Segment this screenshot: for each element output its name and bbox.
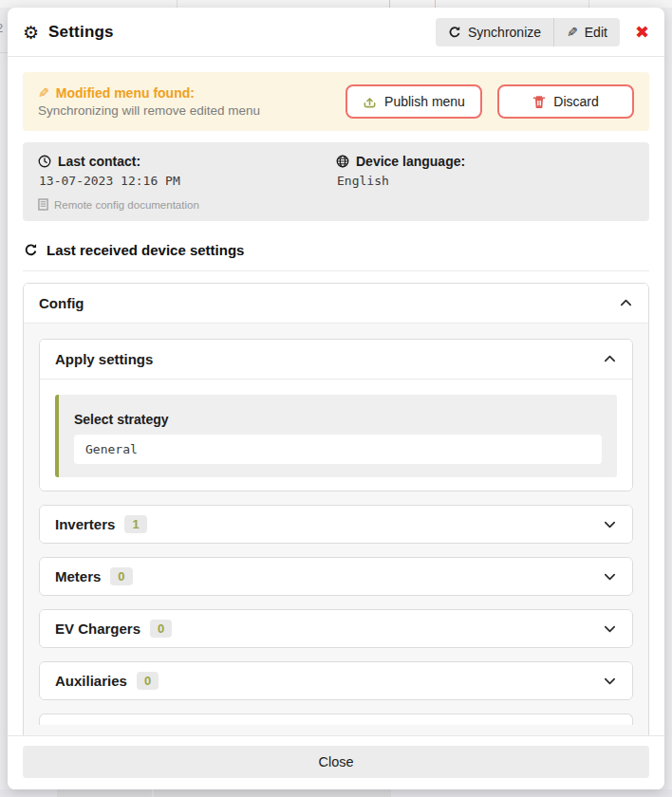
dialog-header: ⚙ Settings Synchronize ✎ Edit ✖ <box>8 8 664 57</box>
last-contact-label: Last contact: <box>58 154 140 169</box>
section-heading-label: Last received device settings <box>47 242 244 258</box>
count-badge: 0 <box>150 620 172 638</box>
count-badge: 0 <box>110 567 132 585</box>
banner-title: Modified menu found: <box>56 85 195 101</box>
section-divider <box>23 270 649 271</box>
auxiliaries-accordion: Auxiliaries 0 <box>39 661 633 700</box>
synchronize-label: Synchronize <box>468 25 541 40</box>
header-button-group: Synchronize ✎ Edit <box>436 18 620 46</box>
dialog-footer: Close <box>8 735 664 789</box>
edit-button[interactable]: ✎ Edit <box>554 18 620 46</box>
discard-label: Discard <box>553 94 598 109</box>
chevron-down-icon <box>603 517 617 531</box>
device-language-value: English <box>337 174 634 188</box>
apply-settings-accordion: Apply settings Select strategy General <box>39 339 633 491</box>
pencil-icon: ✎ <box>567 26 578 39</box>
pencil-icon: ✎ <box>38 86 49 100</box>
config-title: Config <box>39 295 84 311</box>
strategy-panel: Select strategy General <box>55 395 617 477</box>
banner-subtitle: Synchronizing will remove edited menu <box>38 103 330 118</box>
strategy-value-field: General <box>74 435 602 464</box>
background-text-fragment: 2 <box>0 21 3 35</box>
banner-text: ✎ Modified menu found: Synchronizing wil… <box>38 85 330 118</box>
background-rule <box>0 52 8 53</box>
clipped-accordion <box>39 714 633 725</box>
globe-icon <box>336 155 349 168</box>
ev-chargers-accordion-header[interactable]: EV Chargers 0 <box>40 610 632 647</box>
clock-icon <box>38 155 51 168</box>
meters-accordion-header[interactable]: Meters 0 <box>40 558 632 595</box>
inverters-accordion: Inverters 1 <box>39 505 633 544</box>
inverters-accordion-header[interactable]: Inverters 1 <box>40 506 632 543</box>
dialog-title: Settings <box>48 23 114 42</box>
config-accordion: Config Apply settings <box>23 283 649 735</box>
remote-config-doc-label: Remote config documentation <box>54 199 199 211</box>
remote-config-doc-link[interactable]: Remote config documentation <box>38 198 336 211</box>
last-received-settings-heading: Last received device settings <box>24 242 649 258</box>
last-contact-row: Last contact: <box>38 154 336 169</box>
chevron-down-icon <box>603 569 617 584</box>
page-background-top <box>0 0 672 8</box>
settings-dialog: ⚙ Settings Synchronize ✎ Edit ✖ ✎ <box>8 8 664 789</box>
apply-settings-title: Apply settings <box>55 351 153 367</box>
device-info-panel: Last contact: 13-07-2023 12:16 PM Remote… <box>23 142 649 221</box>
count-badge: 1 <box>124 515 146 533</box>
banner-title-row: ✎ Modified menu found: <box>38 85 330 101</box>
dialog-body: ✎ Modified menu found: Synchronizing wil… <box>8 57 664 735</box>
apply-settings-body: Select strategy General <box>40 380 632 491</box>
chevron-up-icon <box>603 352 617 366</box>
publish-menu-button[interactable]: Publish menu <box>345 84 482 119</box>
last-contact-block: Last contact: 13-07-2023 12:16 PM Remote… <box>38 154 336 211</box>
config-body: Apply settings Select strategy General <box>24 324 648 735</box>
last-contact-value: 13-07-2023 12:16 PM <box>39 174 336 188</box>
refresh-icon <box>448 26 461 39</box>
close-button[interactable]: Close <box>23 746 649 778</box>
device-language-block: Device language: English <box>336 154 634 211</box>
background-rule <box>588 0 589 8</box>
inverters-label: Inverters <box>55 516 115 532</box>
background-rule <box>435 0 436 8</box>
upload-icon <box>363 95 377 109</box>
device-language-label: Device language: <box>356 154 465 169</box>
device-language-row: Device language: <box>336 154 634 169</box>
trash-icon <box>532 95 546 109</box>
synchronize-button[interactable]: Synchronize <box>436 18 553 46</box>
background-cell <box>154 789 391 797</box>
chevron-down-icon <box>603 674 617 688</box>
count-badge: 0 <box>137 672 159 690</box>
background-rule <box>389 0 390 8</box>
discard-button[interactable]: Discard <box>497 84 634 119</box>
select-strategy-label: Select strategy <box>74 412 602 427</box>
background-cell <box>57 789 152 797</box>
edit-label: Edit <box>585 25 607 40</box>
meters-accordion: Meters 0 <box>39 557 633 596</box>
document-icon <box>38 198 48 211</box>
modified-menu-banner: ✎ Modified menu found: Synchronizing wil… <box>23 72 649 131</box>
refresh-icon <box>24 243 38 257</box>
auxiliaries-label: Auxiliaries <box>55 673 127 689</box>
chevron-down-icon <box>603 621 617 636</box>
gear-icon: ⚙ <box>23 24 39 42</box>
auxiliaries-accordion-header[interactable]: Auxiliaries 0 <box>40 662 632 699</box>
ev-chargers-accordion: EV Chargers 0 <box>39 609 633 648</box>
publish-menu-label: Publish menu <box>384 94 465 109</box>
apply-settings-header[interactable]: Apply settings <box>40 340 632 379</box>
chevron-up-icon <box>619 296 633 310</box>
meters-label: Meters <box>55 568 101 584</box>
config-accordion-header[interactable]: Config <box>24 284 648 323</box>
ev-chargers-label: EV Chargers <box>55 621 140 637</box>
close-icon[interactable]: ✖ <box>635 24 649 41</box>
background-rule <box>177 0 177 8</box>
